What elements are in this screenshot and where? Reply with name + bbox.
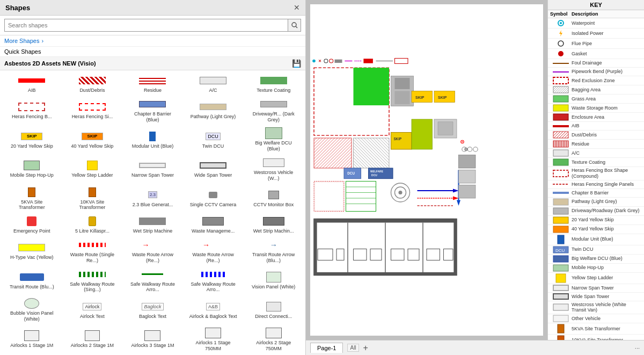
- shape-mobile-hop[interactable]: Mobile Step Hop-Up: [2, 155, 62, 184]
- shape-airlocks1-750[interactable]: Airlocks 1 Stage 750MM: [184, 325, 243, 354]
- shape-airlocks1-1m[interactable]: Airlocks 1 Stage 1M: [2, 325, 62, 354]
- gray-equip-1: [459, 155, 476, 169]
- key-row-heras-compound: Heras Fencing Box Shape (Compound): [548, 167, 644, 180]
- key-desc-10kva: 10KVA Site Transformer: [572, 337, 642, 340]
- shape-airlocks2-1m[interactable]: Airlocks 2 Stage 1M: [63, 325, 122, 354]
- small-shape-2: [336, 249, 344, 260]
- shape-dustdebris[interactable]: Dust/Debris: [63, 73, 122, 96]
- svg-line-1: [296, 26, 297, 28]
- shape-direct-conn[interactable]: Direct Connecti...: [244, 295, 303, 324]
- shape-big-welfare[interactable]: Big Welfare DCU (Blue): [244, 125, 303, 154]
- shape-texture[interactable]: Texture Coating: [244, 73, 303, 96]
- shape-modular[interactable]: Modular Unit (Blue): [123, 125, 182, 154]
- shape-aib[interactable]: AIB: [2, 73, 62, 96]
- close-icon[interactable]: ✕: [294, 3, 300, 12]
- shape-5kva[interactable]: 5KVA Site Transformer: [2, 184, 62, 213]
- shape-cctv-monitor-box[interactable]: CCTV Monitor Box: [244, 184, 303, 213]
- shape-40yard[interactable]: SKIP 40 Yard Yellow Skip: [63, 125, 122, 154]
- shape-h-type[interactable]: H-Type Vac (Yellow): [2, 237, 62, 266]
- key-desc-big-welfare: Big Welfare DCU (Blue): [572, 256, 642, 262]
- shape-residue[interactable]: Residue: [123, 73, 182, 96]
- shape-driveway[interactable]: Driveway/R... (Dark Grey): [244, 96, 303, 125]
- add-page-button[interactable]: +: [363, 343, 368, 353]
- shape-transit-route[interactable]: Transit Route (Blu...): [2, 266, 62, 295]
- toolbar-circle-icon[interactable]: [324, 59, 328, 63]
- toolbar-circle-red-icon[interactable]: [330, 59, 333, 63]
- shape-single-cctv[interactable]: Single CCTV Camera: [184, 184, 243, 213]
- roving-head-shape: [465, 148, 468, 151]
- spiral-center: [399, 191, 402, 194]
- shape-airlock-text[interactable]: Airlock Airlock Text: [63, 295, 122, 324]
- key-desc-wide-span: Wide Span Tower: [572, 294, 642, 300]
- shape-transit-route-arrow[interactable]: → Transit Route Arrow (Blu...): [244, 237, 303, 266]
- key-row-10kva: 10KVA Site Transformer: [548, 335, 644, 340]
- shape-waste-arrow-re2[interactable]: Waste Route Arrow (Re...): [184, 237, 243, 266]
- shape-ac[interactable]: A/C: [184, 73, 243, 96]
- toolbar-x-icon[interactable]: ✕: [318, 59, 321, 63]
- shape-yellow-step[interactable]: Yellow Step Ladder: [63, 155, 122, 184]
- toolbar-red-rect-icon[interactable]: [363, 59, 373, 63]
- save-icon[interactable]: 💾: [292, 59, 301, 68]
- search-button[interactable]: [288, 19, 301, 32]
- svg-rect-34: [553, 256, 568, 262]
- small-shape-6: [408, 249, 419, 260]
- building-left-wall: [314, 219, 317, 276]
- shape-waste-arrow-re1[interactable]: Waste Route Arrow (Re...): [123, 237, 182, 266]
- shape-5litre[interactable]: 5 Litre Killaspr...: [63, 213, 122, 236]
- page-tab-1[interactable]: Page-1: [310, 343, 343, 353]
- shape-emergency-point[interactable]: Emergency Point: [2, 213, 62, 236]
- shape-vision-panel[interactable]: Vision Panel (White): [244, 266, 303, 295]
- dcu-welfare-box: [369, 168, 393, 179]
- shape-chapter8[interactable]: Chapter 8 Barrier (Blue): [123, 96, 182, 125]
- shape-safe-blue[interactable]: Safe Walkway Route Arro...: [184, 266, 243, 295]
- shape-safe-walkway[interactable]: Safe Walkway Route (Sing...): [63, 266, 122, 295]
- dcu-label: DCU: [347, 171, 355, 175]
- shapes-row: SKIP 20 Yard Yellow Skip SKIP 40 Yard Ye…: [2, 125, 303, 154]
- shape-bubble-vision[interactable]: Bubble Vision Panel (White): [2, 295, 62, 324]
- shape-20yard[interactable]: SKIP 20 Yard Yellow Skip: [2, 125, 62, 154]
- shape-wet-strip2[interactable]: Wet Strip Machin...: [244, 213, 303, 236]
- shape-10kva[interactable]: 10KVA Site Transformer: [63, 184, 122, 213]
- shape-narrow-span[interactable]: Narrow Span Tower: [123, 155, 182, 184]
- shapes-panel: Shapes ✕ More Shapes › Quick Shapes Asbe…: [0, 0, 306, 355]
- shape-westcross[interactable]: Westcross Vehicle (W...): [244, 155, 303, 184]
- shape-heras-si[interactable]: Heras Fencing Si...: [63, 96, 122, 125]
- shape-waste-route-single[interactable]: Waste Route (Single Re...): [63, 237, 122, 266]
- key-symbol-flue-pipe: [550, 39, 572, 48]
- ellipsis-icon[interactable]: ···: [635, 345, 640, 351]
- shape-2-3-blue[interactable]: 2.3 2.3 Blue Generat...: [123, 184, 182, 213]
- toolbar-dashed-border-icon[interactable]: [395, 59, 408, 64]
- drawing-area[interactable]: ✕: [306, 0, 547, 340]
- all-button[interactable]: All: [347, 344, 358, 352]
- shape-pathway[interactable]: Pathway (Light Grey): [184, 96, 243, 125]
- key-row-waste-storage: Waste Storage Room: [548, 104, 644, 113]
- shape-twin-dcu[interactable]: DCU Twin DCU: [184, 125, 243, 154]
- hatch-gray-area: [354, 138, 390, 168]
- shape-airlocks2-750[interactable]: Airlocks 2 Stage 750MM: [244, 325, 303, 354]
- search-icon: [291, 22, 298, 28]
- shape-heras-fencing-b[interactable]: Heras Fencing B...: [2, 96, 62, 125]
- shapes-row: Bubble Vision Panel (White) Airlock Airl…: [2, 295, 303, 324]
- key-row-aib: AIB: [548, 122, 644, 131]
- shape-wide-span[interactable]: Wide Span Tower: [184, 155, 243, 184]
- toolbar-rect-icon[interactable]: [335, 60, 342, 63]
- more-shapes-row[interactable]: More Shapes ›: [0, 35, 305, 47]
- shapes-row: Mobile Step Hop-Up Yellow Step Ladder Na…: [2, 155, 303, 184]
- small-shape-8: [444, 249, 453, 260]
- shapes-grid: AIB Dust/Debris Residue A/C Texture Coat…: [0, 70, 305, 355]
- svg-rect-36: [556, 274, 566, 282]
- shape-waste-manage[interactable]: Waste Manageme...: [184, 213, 243, 236]
- shapes-row: Transit Route (Blu...) Safe Walkway Rout…: [2, 266, 303, 295]
- key-symbol-dust-debris: [550, 131, 572, 139]
- svg-rect-27: [553, 199, 568, 205]
- key-symbol-big-welfare: [550, 255, 572, 263]
- svg-rect-11: [553, 77, 568, 84]
- shape-wet-strip[interactable]: Wet Strip Machine: [123, 213, 182, 236]
- shape-safe-arrow[interactable]: Safe Walkway Route Arro...: [123, 266, 182, 295]
- shape-airlocks3-1m[interactable]: Airlocks 3 Stage 1M: [123, 325, 182, 354]
- search-input[interactable]: [4, 19, 288, 32]
- shape-airlock-baglock[interactable]: A&B Airlock & Baglock Text: [184, 295, 243, 324]
- shape-baglock-text[interactable]: Baglock Baglock Text: [123, 295, 182, 324]
- toolbar-waterpoint-icon[interactable]: [312, 60, 316, 63]
- key-row-red-exclusion: Red Exclusion Zone: [548, 76, 644, 85]
